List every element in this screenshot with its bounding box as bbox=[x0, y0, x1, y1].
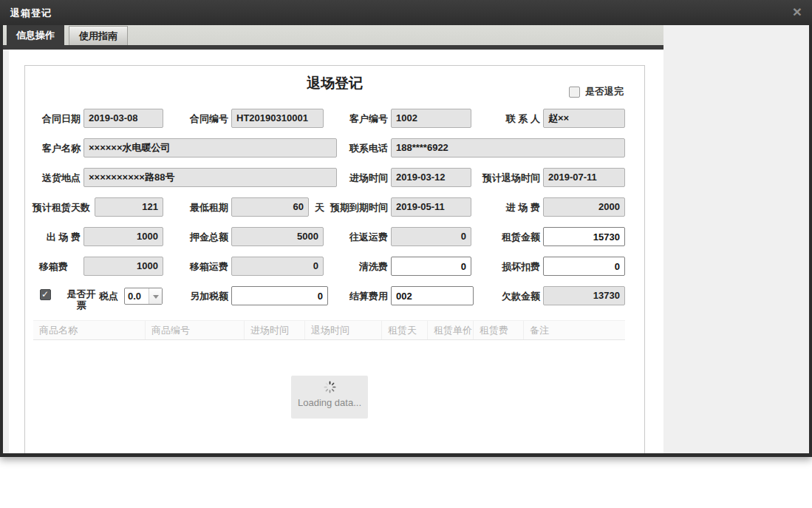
min-rental-period-unit: 天 bbox=[315, 201, 324, 214]
customer-no-field: 1002 bbox=[391, 109, 471, 128]
rental-amount-input[interactable] bbox=[543, 227, 625, 246]
loading-text: Loading data... bbox=[291, 397, 368, 408]
arrears-amount-label: 欠款金额 bbox=[499, 290, 540, 303]
phone-label: 联系电话 bbox=[347, 142, 388, 155]
col-rental-fee: 租赁费 bbox=[474, 321, 524, 339]
contract-date-field: 2019-03-08 bbox=[83, 109, 163, 128]
settlement-fee-label: 结算费用 bbox=[347, 290, 388, 303]
settlement-fee-input[interactable] bbox=[391, 286, 474, 305]
exit-registration-form: 退场登记 是否退完 合同日期 2019-03-08 合同编号 HT2019031… bbox=[24, 65, 645, 453]
box-move-fee-label: 移箱费 bbox=[39, 260, 81, 274]
close-icon[interactable]: × bbox=[793, 4, 802, 20]
dialog-titlebar: 退箱登记 × bbox=[0, 0, 812, 25]
exit-fee-field: 1000 bbox=[83, 227, 163, 246]
damage-deduction-label: 损坏扣费 bbox=[499, 260, 540, 274]
product-table-header: 商品名称 商品编号 进场时间 退场时间 租赁天 租赁单价 租赁费 备注 bbox=[33, 320, 625, 340]
dialog-window: 退箱登记 × 信息操作 使用指南 退场登记 是否退完 合同日期 2019-0 bbox=[0, 0, 812, 457]
expected-due-time-field: 2019-05-11 bbox=[391, 197, 471, 217]
content-panel: 退场登记 是否退完 合同日期 2019-03-08 合同编号 HT2019031… bbox=[9, 50, 663, 453]
planned-rental-days-field: 121 bbox=[95, 197, 163, 217]
exit-fee-label: 出 场 费 bbox=[39, 231, 81, 244]
entry-fee-label: 进 场 费 bbox=[499, 201, 540, 214]
invoice-checkbox-label: 是否开票 bbox=[64, 288, 98, 311]
round-trip-freight-label: 往返运费 bbox=[347, 231, 388, 244]
return-complete-checkbox-group: 是否退完 bbox=[569, 85, 624, 98]
form-title: 退场登记 bbox=[25, 74, 644, 93]
invoice-checkbox[interactable] bbox=[40, 289, 51, 300]
dropdown-button[interactable] bbox=[149, 288, 162, 304]
min-rental-period-label: 最低租期 bbox=[187, 201, 228, 214]
dialog-body: 信息操作 使用指南 退场登记 是否退完 合同日期 2019-03-08 合同编号… bbox=[3, 25, 809, 453]
tab-strip: 信息操作 使用指南 bbox=[3, 25, 663, 45]
deposit-total-field: 5000 bbox=[231, 227, 324, 246]
box-move-fee-field: 1000 bbox=[83, 257, 163, 276]
arrears-amount-field: 13730 bbox=[543, 286, 625, 305]
customer-name-label: 客户名称 bbox=[39, 142, 81, 155]
damage-deduction-input[interactable] bbox=[543, 257, 625, 276]
contract-date-label: 合同日期 bbox=[39, 112, 81, 126]
col-product-no: 商品编号 bbox=[146, 321, 245, 339]
customer-name-field: ××××××水电暖公司 bbox=[83, 138, 337, 158]
col-product-name: 商品名称 bbox=[33, 321, 146, 339]
col-rental-days: 租赁天 bbox=[382, 321, 428, 339]
phone-field: 188****6922 bbox=[391, 138, 625, 158]
tab-user-guide[interactable]: 使用指南 bbox=[69, 26, 128, 45]
round-trip-freight-field: 0 bbox=[391, 227, 471, 246]
page-background: 退箱登记 × 信息操作 使用指南 退场登记 是否退完 合同日期 2019-0 bbox=[0, 0, 812, 508]
delivery-address-label: 送货地点 bbox=[39, 172, 81, 185]
planned-exit-time-label: 预计退场时间 bbox=[478, 172, 540, 185]
tax-point-dropdown[interactable]: 0.0 bbox=[124, 288, 163, 305]
chevron-down-icon bbox=[153, 295, 159, 302]
contract-no-label: 合同编号 bbox=[187, 112, 228, 126]
rental-amount-label: 租赁金额 bbox=[499, 231, 540, 244]
col-rental-unit-price: 租赁单价 bbox=[428, 321, 474, 339]
expected-due-time-label: 预期到期时间 bbox=[326, 201, 388, 214]
col-exit-time: 退场时间 bbox=[305, 321, 382, 339]
return-complete-checkbox[interactable] bbox=[569, 87, 580, 98]
contact-field: 赵×× bbox=[543, 109, 625, 128]
additional-tax-input[interactable] bbox=[231, 286, 328, 305]
tab-info-operation[interactable]: 信息操作 bbox=[7, 25, 64, 45]
loading-spinner-icon bbox=[324, 381, 336, 393]
planned-exit-time-field: 2019-07-11 bbox=[543, 168, 625, 187]
planned-rental-days-label: 预计租赁天数 bbox=[28, 201, 90, 214]
box-move-freight-label: 移箱运费 bbox=[187, 260, 228, 274]
entry-time-field: 2019-03-12 bbox=[391, 168, 471, 187]
cleaning-fee-label: 清洗费 bbox=[347, 260, 388, 274]
contact-label: 联 系 人 bbox=[499, 112, 540, 126]
dialog-title: 退箱登记 bbox=[10, 7, 52, 20]
min-rental-period-field: 60 bbox=[231, 197, 309, 217]
col-entry-time: 进场时间 bbox=[245, 321, 305, 339]
col-remarks: 备注 bbox=[524, 321, 625, 339]
additional-tax-label: 另加税额 bbox=[187, 290, 228, 303]
tax-point-value: 0.0 bbox=[125, 288, 145, 304]
entry-time-label: 进场时间 bbox=[347, 172, 388, 185]
contract-no-field: HT20190310001 bbox=[231, 109, 324, 128]
box-move-freight-field: 0 bbox=[231, 257, 324, 276]
loading-indicator: Loading data... bbox=[291, 376, 368, 419]
entry-fee-field: 2000 bbox=[543, 197, 625, 217]
delivery-address-field: ××××××××××路88号 bbox=[83, 168, 337, 187]
deposit-total-label: 押金总额 bbox=[187, 231, 228, 244]
tax-point-label: 税点 bbox=[99, 290, 118, 303]
return-complete-label: 是否退完 bbox=[585, 85, 624, 98]
cleaning-fee-input[interactable] bbox=[391, 257, 471, 276]
customer-no-label: 客户编号 bbox=[347, 112, 388, 126]
